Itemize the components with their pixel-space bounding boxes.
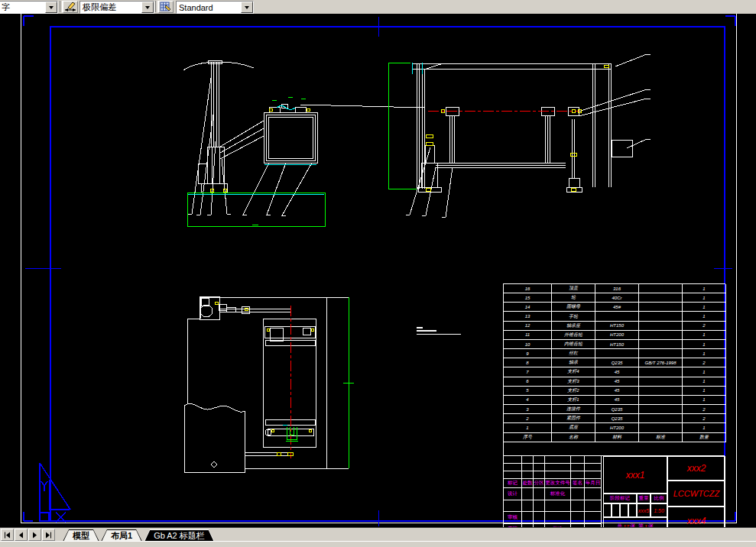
bom-cell: 1 [683,293,726,303]
bom-cell: 外锥齿轮 [552,331,595,340]
bom-cell [639,331,683,340]
stage-cell [603,503,612,517]
bom-cell: 12 [504,322,552,331]
bom-cell [595,312,639,321]
bom-cell: 1 [683,331,726,340]
revision-empty-cell [504,456,522,464]
bom-cell: 1 [683,387,726,396]
bom-cell: 轴承座 [552,322,595,331]
plan-view-green [286,297,354,468]
revision-empty-cell [534,464,545,471]
toolbar: 字 极限偏差 Standard [0,0,756,15]
bom-cell: 圆螺母 [552,303,595,312]
stage-cell [620,503,628,517]
chevron-down-icon[interactable] [45,2,57,13]
revision-header: 标记 [504,479,522,488]
signature-empty-cell [545,512,571,524]
bom-cell: 3 [504,405,552,414]
dimension-tolerance-icon [64,2,76,12]
bom-cell: 支杆1 [552,396,595,405]
bom-cell: 支杆3 [552,377,595,387]
tab-layout1[interactable]: 布局1 [99,529,142,542]
bom-cell: 1 [683,396,726,405]
bom-cell: 1 [683,340,726,349]
company-name: xxx2 [687,463,706,474]
next-tab-button[interactable] [28,529,41,541]
bom-header-cell: 序号 [504,433,552,442]
signature-empty-cell [585,500,602,513]
bom-cell [639,284,683,293]
application-window: 字 极限偏差 Standard [0,0,756,547]
bom-cell: 14 [504,303,552,312]
bom-cell [639,367,683,377]
bom-cell: 10 [504,340,552,349]
bom-cell: 8 [504,358,552,367]
bom-cell: 1 [683,377,726,387]
bom-cell [639,414,683,423]
bom-cell [595,349,639,358]
signature-empty-cell [522,512,534,524]
layout-tab-bar: 模型 布局1 Gb A2 标题栏 [0,527,756,542]
bom-cell: 轴承 [552,358,595,367]
bom-cell: Q235 [595,414,639,423]
drawing-number: xxx4 [687,516,706,526]
signature-empty-cell [522,500,534,513]
signature-empty-cell [534,500,545,513]
bom-cell: Q235 [595,358,639,367]
drawing-name-cell: xxx1 [603,456,667,494]
bom-cell: 1 [683,349,726,358]
weight-value-cell: xxx5 [637,503,651,517]
plan-view-yellow [215,302,313,455]
bom-cell [639,387,683,396]
revision-empty-cell [545,471,571,479]
revision-empty-cell [545,456,571,464]
stage-cell [612,503,620,517]
drawing-canvas[interactable]: 16顶盖316115轮40Cr114圆螺母45#113手轮112轴承座HT150… [0,14,756,527]
bom-cell: 支杆2 [552,387,595,396]
bom-cell: 13 [504,312,552,321]
table-style-button[interactable] [158,1,174,13]
revision-empty-cell [585,471,602,479]
revision-empty-cell [522,464,534,471]
revision-empty-cell [534,471,545,479]
chevron-down-icon[interactable] [241,2,253,13]
bom-cell: 支杆4 [552,367,595,377]
text-style-combo[interactable]: 字 [0,1,58,14]
revision-header-row: 标记 处数 分区 更改文件号 签名 年月日 [504,479,603,488]
tab-layout1-label: 布局1 [102,530,141,542]
revision-empty-cell [545,464,571,471]
stage-value-row: xxx5 1:50 [603,503,667,517]
revision-header: 处数 [522,479,534,488]
standard-style-combo-value: Standard [177,3,241,12]
scale-value-cell: 1:50 [651,503,667,517]
first-tab-icon [4,532,11,539]
drawing-name: xxx1 [626,470,645,481]
signature-empty-cell [585,488,602,500]
previous-tab-button[interactable] [15,529,28,541]
tolerance-style-combo-value: 极限偏差 [80,2,141,13]
bom-cell: 316 [595,284,639,293]
revision-empty-cell [571,471,585,479]
revision-header: 签名 [571,479,585,488]
chevron-down-icon[interactable] [141,2,154,13]
stage-header-row: 阶段标记 重量 比例 [603,494,667,503]
table-style-icon [160,2,172,12]
plan-view [184,296,349,472]
tolerance-style-combo[interactable]: 极限偏差 [79,1,154,14]
signature-label-cell: 审核 [504,512,522,524]
revision-empty-cell [534,456,545,464]
standard-style-combo[interactable]: Standard [176,1,254,14]
side-view-green [389,63,417,189]
bom-cell: HT200 [595,331,639,340]
tab-model[interactable]: 模型 [61,529,99,542]
tab-gb-a2-titleblock[interactable]: Gb A2 标题栏 [142,529,215,542]
bom-cell: 45# [595,303,639,312]
first-tab-button[interactable] [1,529,14,541]
previous-tab-icon [18,532,24,539]
dimension-tolerance-button[interactable] [63,1,78,13]
bom-cell: 2 [683,358,726,367]
bom-cell: 紧固件 [552,414,595,423]
last-tab-button[interactable] [42,529,55,541]
status-strip [0,541,756,547]
bom-cell [639,377,683,387]
